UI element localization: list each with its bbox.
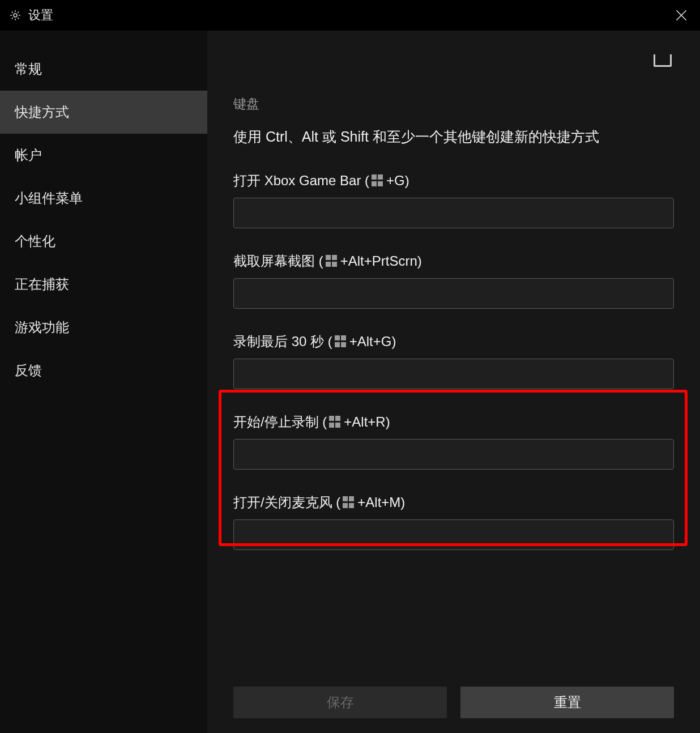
shortcut-input-start-stop-record[interactable] bbox=[233, 439, 674, 470]
sidebar-item-label: 帐户 bbox=[15, 147, 42, 163]
field-label: 打开/关闭麦克风 ( +Alt+M) bbox=[233, 493, 674, 512]
section-description: 使用 Ctrl、Alt 或 Shift 和至少一个其他键创建新的快捷方式 bbox=[233, 126, 674, 147]
field-screenshot: 截取屏幕截图 ( +Alt+PrtScrn) bbox=[233, 252, 674, 309]
gear-icon bbox=[9, 9, 22, 22]
sidebar: 常规 快捷方式 帐户 小组件菜单 个性化 正在捕获 游戏功能 反馈 bbox=[0, 31, 207, 733]
windows-key-icon bbox=[335, 335, 347, 348]
button-row: 保存 重置 bbox=[233, 687, 674, 718]
field-label: 开始/停止录制 ( +Alt+R) bbox=[233, 413, 674, 431]
section-heading: 键盘 bbox=[233, 95, 674, 113]
windows-key-icon bbox=[343, 496, 355, 509]
shortcut-input-toggle-mic[interactable] bbox=[233, 519, 674, 550]
sidebar-item-widgets[interactable]: 小组件菜单 bbox=[0, 177, 207, 220]
titlebar: 设置 bbox=[0, 0, 700, 31]
field-label: 截取屏幕截图 ( +Alt+PrtScrn) bbox=[233, 252, 674, 270]
svg-point-0 bbox=[14, 14, 17, 17]
close-button[interactable] bbox=[673, 7, 690, 24]
sidebar-item-feedback[interactable]: 反馈 bbox=[0, 349, 207, 392]
sidebar-item-label: 个性化 bbox=[15, 233, 56, 249]
sidebar-item-general[interactable]: 常规 bbox=[0, 48, 207, 91]
window-title: 设置 bbox=[28, 7, 53, 24]
main-content: 键盘 使用 Ctrl、Alt 或 Shift 和至少一个其他键创建新的快捷方式 … bbox=[207, 31, 700, 733]
field-label: 录制最后 30 秒 ( +Alt+G) bbox=[233, 333, 674, 351]
sidebar-item-label: 快捷方式 bbox=[15, 104, 69, 120]
shortcut-input-screenshot[interactable] bbox=[233, 278, 674, 309]
sidebar-item-personalize[interactable]: 个性化 bbox=[0, 220, 207, 263]
field-start-stop-record: 开始/停止录制 ( +Alt+R) bbox=[233, 413, 674, 470]
save-button[interactable]: 保存 bbox=[233, 687, 447, 718]
sidebar-item-label: 正在捕获 bbox=[15, 276, 69, 292]
shortcut-input-open-gamebar[interactable] bbox=[233, 198, 674, 228]
screen-icon bbox=[654, 54, 672, 67]
windows-key-icon bbox=[326, 255, 338, 267]
sidebar-item-label: 常规 bbox=[15, 61, 42, 76]
shortcut-input-record-last30[interactable] bbox=[233, 359, 674, 389]
sidebar-item-label: 游戏功能 bbox=[15, 319, 69, 335]
field-record-last30: 录制最后 30 秒 ( +Alt+G) bbox=[233, 333, 674, 389]
field-open-gamebar: 打开 Xbox Game Bar ( +G) bbox=[233, 172, 674, 228]
sidebar-item-label: 反馈 bbox=[15, 363, 42, 378]
sidebar-item-gaming[interactable]: 游戏功能 bbox=[0, 306, 207, 349]
sidebar-item-shortcuts[interactable]: 快捷方式 bbox=[0, 91, 207, 134]
sidebar-item-account[interactable]: 帐户 bbox=[0, 134, 207, 177]
sidebar-item-label: 小组件菜单 bbox=[15, 190, 83, 206]
reset-button[interactable]: 重置 bbox=[460, 687, 674, 718]
windows-key-icon bbox=[372, 174, 384, 187]
field-label: 打开 Xbox Game Bar ( +G) bbox=[233, 172, 674, 190]
windows-key-icon bbox=[329, 416, 342, 428]
field-toggle-mic: 打开/关闭麦克风 ( +Alt+M) bbox=[233, 493, 674, 550]
sidebar-item-capturing[interactable]: 正在捕获 bbox=[0, 263, 207, 306]
